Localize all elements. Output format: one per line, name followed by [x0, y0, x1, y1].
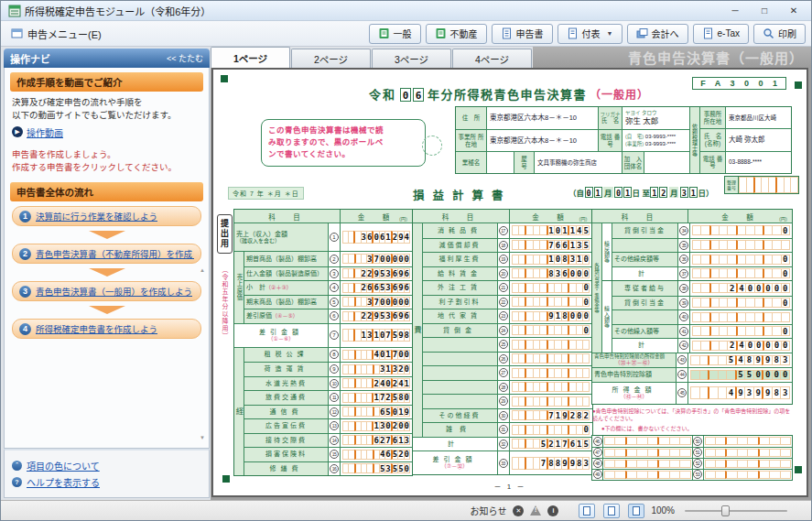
tax-addr-value[interactable]: 東京都品川区大崎 — [726, 107, 791, 128]
amount-cell[interactable]: 22953696 — [341, 309, 412, 323]
video-link[interactable]: ▶ 操作動画 — [12, 125, 203, 139]
amount-cell[interactable]: 0 — [690, 267, 792, 281]
amount-cell[interactable] — [690, 310, 792, 324]
amount-cell[interactable]: 0 — [510, 296, 592, 309]
pl-row: 計325217615 — [413, 437, 592, 451]
amount-cell[interactable]: 22953696 — [341, 267, 412, 281]
reference-number-box[interactable]: 整理番号 — [724, 176, 799, 194]
amount-cell[interactable]: 108310 — [510, 253, 592, 266]
toolbar-print-button[interactable]: 印刷 — [753, 24, 806, 44]
fit-page-button[interactable] — [603, 504, 620, 518]
amount-cell[interactable]: 918000 — [510, 309, 592, 323]
tab-page-2[interactable]: 2ページ — [291, 49, 371, 68]
amount-cell[interactable]: 65019 — [341, 406, 412, 419]
fit-width-button[interactable] — [579, 504, 595, 518]
org-value[interactable] — [644, 152, 689, 173]
toolbar-realestate-button[interactable]: 不動産 — [426, 24, 487, 44]
amount-cell[interactable]: 0 — [510, 423, 592, 437]
item-colors-link[interactable]: ＾ 項目の色について — [12, 459, 201, 472]
zoom-mode-button[interactable] — [628, 504, 644, 518]
amount-cell[interactable]: 36061294 — [341, 223, 412, 251]
amount-cell[interactable]: 5217615 — [510, 438, 592, 451]
amount-cell[interactable]: 7889983 — [510, 451, 592, 474]
address-value[interactable]: 東京都港区六本木8－＊－10 — [487, 107, 599, 129]
maximize-button[interactable]: □ — [751, 3, 778, 18]
amount-cell[interactable]: 4939983 — [688, 383, 792, 404]
toolbar-return-button[interactable]: 申告書 — [492, 24, 553, 44]
toolbar-accounting-button[interactable]: 会計へ — [627, 24, 688, 44]
step-2-link[interactable]: 2 青色申告決算書（不動産所得用）を作成しよう — [12, 244, 201, 264]
slider-track[interactable] — [685, 510, 787, 512]
tel-home-value[interactable]: 03-9993-**** — [645, 134, 676, 139]
amount-cell[interactable] — [690, 239, 792, 253]
dropdown-arrow-icon[interactable]: ▼ — [607, 30, 613, 37]
error-status-icon[interactable]: ✕ — [513, 505, 524, 516]
amount-cell[interactable]: 0 — [690, 325, 792, 339]
amount-cell[interactable]: 766135 — [510, 239, 592, 253]
do-not-write-note: ●下の欄には、書かないでください。 — [601, 425, 792, 432]
industry-value[interactable] — [487, 152, 514, 173]
amount-cell[interactable]: 836000 — [510, 267, 592, 281]
step-1-link[interactable]: 1 決算前に行う作業を確認しよう — [12, 206, 201, 226]
amount-cell[interactable]: 26653696 — [341, 281, 412, 295]
amount-cell[interactable]: 0 — [510, 281, 592, 295]
amount-cell[interactable]: 53550 — [341, 462, 412, 476]
yago-value[interactable]: 文具事務機の弥生商店 — [535, 152, 623, 173]
amount-cell[interactable]: 0 — [690, 297, 792, 310]
registration-mark — [795, 81, 802, 89]
amount-cell[interactable]: 627613 — [341, 434, 412, 448]
amount-cell[interactable]: 3700000 — [341, 296, 412, 309]
warning-status-icon[interactable] — [530, 505, 541, 516]
toolbar-general-button[interactable]: 一般 — [369, 24, 421, 44]
zoom-slider[interactable] — [685, 505, 787, 517]
form-date[interactable]: 令和 7 年 ＊月 ＊日 — [228, 187, 304, 200]
scroll-up-icon[interactable]: ▲ — [200, 267, 205, 273]
amount-cell[interactable]: 0 — [690, 223, 792, 238]
amount-cell[interactable] — [510, 366, 592, 380]
amount-cell[interactable]: 101145 — [510, 223, 592, 238]
amount-cell[interactable] — [510, 395, 592, 408]
slider-thumb[interactable] — [721, 505, 730, 516]
kana-value[interactable]: ヤヨイ タロウ — [625, 110, 657, 116]
info-status-icon[interactable]: i — [547, 505, 558, 516]
toolbar-appendix-button[interactable]: 付表 ▼ — [558, 24, 623, 44]
amount-cell[interactable]: 401700 — [341, 348, 412, 363]
minimize-button[interactable]: ─ — [721, 3, 749, 18]
amount-cell[interactable] — [510, 381, 592, 395]
close-button[interactable]: ✕ — [780, 3, 807, 18]
amount-cell[interactable] — [510, 338, 592, 352]
amount-cell[interactable]: 172580 — [341, 391, 412, 405]
amount-cell[interactable]: 719282 — [510, 409, 592, 423]
amount-cell[interactable]: 0 — [690, 253, 792, 266]
amount-cell[interactable]: 13107598 — [341, 324, 412, 347]
menu-shinkoku[interactable]: 申告メニュー(E) — [6, 24, 110, 44]
amount-cell[interactable]: 0 — [510, 324, 592, 338]
scroll-down-icon[interactable]: ▼ — [200, 435, 205, 440]
tab-page-1[interactable]: 1ページ — [211, 47, 290, 68]
form-edition-label: （令和五年分以降用） — [220, 266, 229, 340]
amount-cell[interactable]: 550000 — [688, 368, 792, 382]
tel-biz-value[interactable]: 03-9993-**** — [645, 141, 676, 147]
step-3-link[interactable]: 3 青色申告決算書（一般用）を作成しよう — [12, 281, 201, 301]
toolbar-etax-button[interactable]: e-Tax — [693, 24, 749, 44]
tab-page-4[interactable]: 4ページ — [452, 49, 532, 68]
amount-cell[interactable]: 2400000 — [690, 281, 792, 296]
amount-cell[interactable] — [510, 353, 592, 366]
sidebar-collapse-link[interactable]: << たたむ — [167, 52, 203, 64]
tab-page-3[interactable]: 3ページ — [372, 49, 451, 68]
name-value[interactable]: 弥生 太郎 — [625, 116, 658, 125]
help-link[interactable]: ? ヘルプを表示する — [12, 475, 201, 489]
amount-cell[interactable]: 31320 — [341, 363, 412, 376]
step-4-link[interactable]: 4 所得税確定申告書を作成しよう — [12, 319, 201, 339]
pl-row-label: 損害保険料 — [244, 448, 329, 461]
year-input[interactable]: 06 — [399, 86, 425, 103]
tax-name-value[interactable]: 大崎 弥太郎 — [726, 129, 791, 150]
amount-cell[interactable]: 240241 — [341, 377, 412, 391]
tax-tel-value[interactable]: 03-8888-**** — [726, 152, 791, 173]
amount-cell[interactable]: 130200 — [341, 419, 412, 433]
amount-cell[interactable]: 3700000 — [341, 252, 412, 266]
amount-cell[interactable]: 5489983 — [688, 353, 792, 367]
amount-cell[interactable]: 46520 — [341, 448, 412, 461]
office-value[interactable]: 東京都港区六本木8－＊－10 — [487, 130, 599, 152]
amount-cell[interactable]: 2400000 — [690, 339, 792, 353]
